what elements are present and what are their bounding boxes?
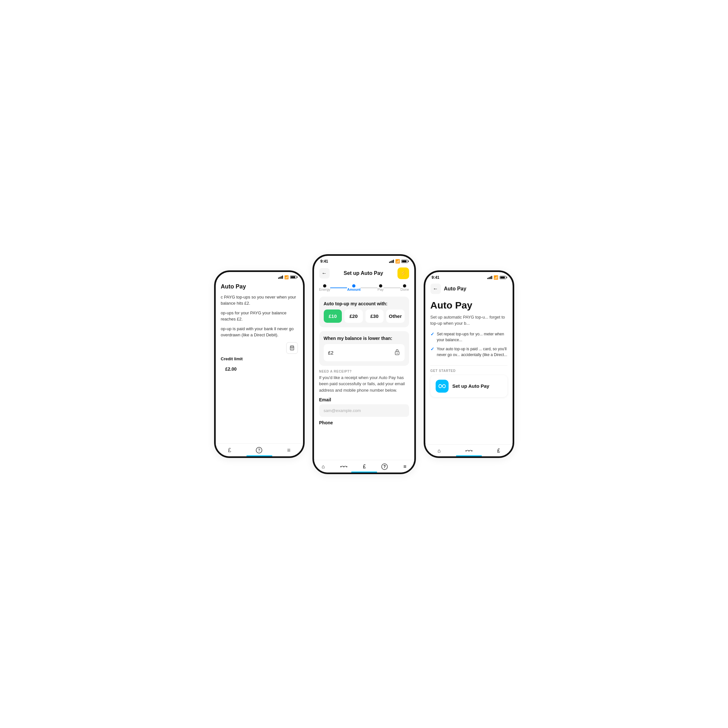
svg-point-5 bbox=[396, 353, 398, 353]
right-status-bar: 9:41 📶 bbox=[425, 272, 512, 281]
nav-usage[interactable] bbox=[340, 464, 347, 469]
phone-label: Phone bbox=[319, 420, 409, 425]
signal-icon bbox=[389, 260, 394, 263]
step-pay: Pay bbox=[378, 284, 384, 291]
step-label-pay: Pay bbox=[378, 288, 384, 291]
email-input[interactable]: sam@example.com bbox=[319, 404, 409, 417]
menu-icon: ≡ bbox=[403, 464, 406, 470]
email-label: Email bbox=[319, 397, 409, 402]
stepper: Energy Amount Pay Done bbox=[319, 282, 409, 293]
nav-item-billing[interactable]: £ bbox=[228, 447, 231, 454]
right-bottom-nav: ⌂ £ bbox=[425, 444, 512, 456]
step-energy: Energy bbox=[319, 284, 330, 291]
amount-options: £10 £20 £30 Other bbox=[324, 309, 405, 323]
check-items-list: ✓ Set repeat top-ups for yo... meter whe… bbox=[430, 331, 508, 361]
balance-card-label: When my balance is lower than: bbox=[324, 336, 405, 341]
svg-point-10 bbox=[468, 450, 470, 451]
nav-item-menu[interactable]: ≡ bbox=[287, 447, 291, 454]
credit-limit-value: £2.00 bbox=[221, 363, 298, 375]
infinity-icon bbox=[436, 380, 448, 393]
step-dot-energy bbox=[323, 284, 326, 288]
amount-card-label: Auto top-up my account with: bbox=[324, 301, 405, 306]
step-done: Done bbox=[401, 284, 409, 291]
delete-icon[interactable] bbox=[286, 342, 298, 354]
step-amount: Amount bbox=[347, 284, 361, 291]
center-bottom-nav: ⌂ £ ? ≡ bbox=[314, 460, 414, 473]
nav-billing[interactable]: £ bbox=[497, 448, 500, 454]
right-status-icons: 📶 bbox=[487, 275, 506, 280]
signal-icon bbox=[278, 275, 283, 279]
right-back-button[interactable]: ← bbox=[430, 284, 441, 294]
balance-value: £2 bbox=[328, 350, 334, 355]
home-icon: ⌂ bbox=[437, 448, 441, 454]
left-screen-content: Auto Pay c PAYG top-ups so you never whe… bbox=[216, 281, 303, 444]
step-dot-pay bbox=[379, 284, 382, 288]
svg-point-8 bbox=[346, 466, 347, 467]
nav-usage[interactable] bbox=[465, 448, 473, 453]
home-icon: ⌂ bbox=[322, 464, 325, 470]
nav-help[interactable]: ? bbox=[381, 463, 388, 470]
right-phone: 9:41 📶 bbox=[424, 271, 514, 458]
check-item-1: ✓ Set repeat top-ups for yo... meter whe… bbox=[430, 331, 508, 343]
back-arrow-icon: ← bbox=[433, 286, 438, 292]
back-arrow-icon: ← bbox=[322, 271, 327, 276]
wifi-icon: 📶 bbox=[494, 275, 499, 280]
right-screen-content: ← Auto Pay Auto Pay Set up automatic PAY… bbox=[425, 281, 512, 444]
balance-card: When my balance is lower than: £2 bbox=[319, 331, 409, 366]
billing-icon: £ bbox=[363, 464, 366, 470]
left-status-bar: 📶 bbox=[216, 272, 303, 281]
receipt-section: NEED A RECEIPT? If you'd like a receipt … bbox=[319, 370, 409, 428]
help-icon: ? bbox=[381, 463, 388, 470]
usage-icon bbox=[465, 448, 473, 453]
usage-icon bbox=[340, 464, 347, 469]
battery-icon bbox=[290, 275, 297, 279]
credit-limit-label: Credit limit bbox=[221, 356, 298, 361]
left-page-title: Auto Pay bbox=[221, 283, 246, 290]
battery-icon bbox=[401, 260, 408, 263]
setup-btn-text: Set up Auto Pay bbox=[453, 383, 489, 389]
left-body3: op-up is paid with your bank ll never go… bbox=[221, 326, 298, 338]
billing-icon: £ bbox=[497, 448, 500, 454]
nav-home[interactable]: ⌂ bbox=[322, 464, 325, 470]
lightning-button[interactable]: ⚡ bbox=[398, 268, 409, 279]
receipt-description: If you'd like a receipt when your Auto P… bbox=[319, 375, 409, 394]
left-phone: 📶 Auto Pay c PAYG top-ups so you never w… bbox=[214, 271, 305, 458]
left-body1: c PAYG top-ups so you never when your ba… bbox=[221, 294, 298, 307]
wifi-icon: 📶 bbox=[284, 275, 289, 280]
svg-rect-1 bbox=[290, 347, 294, 350]
check-item-2: ✓ Your auto top-up is paid ... card, so … bbox=[430, 346, 508, 358]
scene: 📶 Auto Pay c PAYG top-ups so you never w… bbox=[170, 241, 558, 487]
wifi-icon: 📶 bbox=[395, 259, 400, 264]
amount-btn-10[interactable]: £10 bbox=[324, 309, 342, 323]
nav-menu[interactable]: ≡ bbox=[403, 464, 406, 470]
left-body2: op-ups for your PAYG your balance reache… bbox=[221, 310, 298, 323]
back-button[interactable]: ← bbox=[319, 268, 330, 278]
help-icon: ? bbox=[256, 447, 262, 453]
right-time: 9:41 bbox=[432, 275, 439, 280]
center-status-icons: 📶 bbox=[389, 259, 408, 264]
center-page-title: Set up Auto Pay bbox=[343, 271, 383, 276]
nav-item-help[interactable]: ? bbox=[256, 447, 262, 453]
receipt-small-label: NEED A RECEIPT? bbox=[319, 370, 409, 373]
nav-home[interactable]: ⌂ bbox=[437, 448, 441, 454]
amount-btn-20[interactable]: £20 bbox=[344, 309, 363, 323]
setup-autopay-button[interactable]: Set up Auto Pay bbox=[430, 375, 508, 397]
amount-btn-other[interactable]: Other bbox=[386, 309, 405, 323]
nav-billing[interactable]: £ bbox=[363, 464, 366, 470]
svg-point-6 bbox=[340, 466, 341, 467]
signal-icon bbox=[487, 276, 492, 279]
get-started-label: GET STARTED bbox=[430, 366, 508, 373]
left-bottom-nav: £ ? ≡ bbox=[216, 444, 303, 456]
lightning-icon: ⚡ bbox=[400, 270, 407, 277]
amount-btn-30[interactable]: £30 bbox=[366, 309, 384, 323]
email-placeholder: sam@example.com bbox=[324, 408, 361, 413]
battery-icon bbox=[500, 276, 506, 279]
svg-point-9 bbox=[465, 450, 467, 451]
left-status-icons: 📶 bbox=[278, 275, 297, 280]
center-status-bar: 9:41 📶 bbox=[314, 256, 414, 265]
step-label-amount: Amount bbox=[347, 288, 361, 291]
svg-point-7 bbox=[343, 466, 344, 467]
check-text-2: Your auto top-up is paid ... card, so yo… bbox=[437, 346, 508, 358]
balance-input: £2 bbox=[324, 344, 405, 361]
checkmark-icon-1: ✓ bbox=[430, 332, 434, 336]
